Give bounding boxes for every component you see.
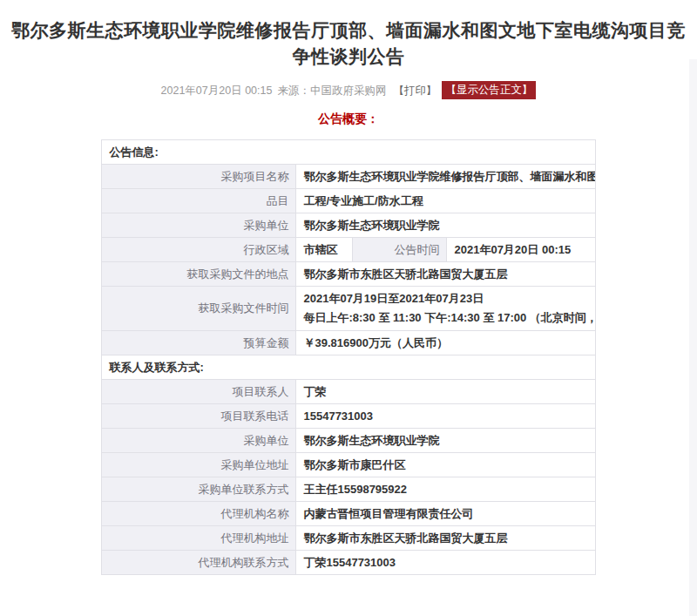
- table-row: 行政区域 市辖区 公告时间 2021年07月20日 00:15: [102, 238, 595, 262]
- row-label: 采购单位: [102, 429, 296, 453]
- table-row: 获取采购文件的地点 鄂尔多斯市东胜区天骄北路国贸大厦五层: [102, 262, 595, 287]
- notice-summary-table: 公告信息: 采购项目名称 鄂尔多斯生态环境职业学院维修报告厅顶部、墙面漏水和图文…: [101, 139, 595, 575]
- source-label: 来源：: [277, 85, 310, 97]
- row-label: 采购单位地址: [102, 453, 296, 477]
- row-label: 项目联系人: [102, 380, 296, 404]
- row-label: 采购单位: [102, 213, 296, 238]
- table-row: 代理机构名称 内蒙古晋恒项目管理有限责任公司: [102, 502, 595, 526]
- row-label: 预算金额: [102, 331, 296, 355]
- table-row: 获取采购文件时间 2021年07月19日至2021年07月23日 每日上午:8:…: [102, 287, 595, 331]
- row-value: 王主任15598795922: [296, 477, 595, 502]
- row-value: 丁荣15547731003: [296, 551, 595, 575]
- table-row: 项目联系人 丁荣: [102, 380, 595, 404]
- show-notice-button[interactable]: 【显示公告正文】: [442, 81, 536, 99]
- table-row: 采购单位 鄂尔多斯生态环境职业学院: [102, 429, 595, 453]
- row-value: 工程/专业施工/防水工程: [296, 189, 595, 213]
- print-button[interactable]: 【打印】: [393, 85, 436, 97]
- row-label: 代理机构名称: [102, 502, 296, 526]
- row-value: 鄂尔多斯市东胜区天骄北路国贸大厦五层: [296, 262, 595, 287]
- row-label: 代理机构地址: [102, 526, 296, 551]
- row-label: 采购项目名称: [102, 165, 296, 189]
- page-title: 鄂尔多斯生态环境职业学院维修报告厅顶部、墙面漏水和图文地下室电缆沟项目竞争性谈判…: [10, 17, 687, 70]
- table-section-row: 公告信息:: [102, 140, 595, 165]
- row-label: 公告时间: [353, 238, 447, 262]
- row-value: 市辖区: [296, 238, 353, 262]
- row-value-line2: 每日上午:8:30 至 11:30 下午:14:30 至 17:00 （北京时间…: [303, 308, 587, 328]
- table-row: 代理机构联系方式 丁荣15547731003: [102, 551, 595, 575]
- row-value: 鄂尔多斯市康巴什区: [296, 453, 595, 477]
- right-edge-shade: [689, 59, 697, 616]
- row-value: ￥39.816900万元（人民币）: [296, 331, 595, 355]
- publish-datetime: 2021年07月20日 00:15: [161, 85, 273, 97]
- row-value: 内蒙古晋恒项目管理有限责任公司: [296, 502, 595, 526]
- table-row: 预算金额 ￥39.816900万元（人民币）: [102, 331, 595, 355]
- row-value: 鄂尔多斯生态环境职业学院: [296, 213, 595, 238]
- row-value: 鄂尔多斯生态环境职业学院: [296, 429, 595, 453]
- summary-heading: 公告概要：: [0, 112, 697, 127]
- row-label: 获取采购文件的地点: [102, 262, 296, 287]
- procurement-notice-page: 鄂尔多斯生态环境职业学院维修报告厅顶部、墙面漏水和图文地下室电缆沟项目竞争性谈判…: [0, 17, 697, 616]
- section-heading: 联系人及联系方式:: [102, 355, 595, 380]
- row-label: 采购单位联系方式: [102, 477, 296, 502]
- row-value: 鄂尔多斯生态环境职业学院维修报告厅顶部、墙面漏水和图文地下室电缆沟项目: [296, 165, 595, 189]
- row-value: 15547731003: [296, 404, 595, 429]
- meta-line: 2021年07月20日 00:15来源：中国政府采购网【打印】【显示公告正文】: [0, 81, 697, 97]
- row-value: 丁荣: [296, 380, 595, 404]
- row-label: 行政区域: [102, 238, 296, 262]
- row-label: 项目联系电话: [102, 404, 296, 429]
- table-row: 代理机构地址 鄂尔多斯市东胜区天骄北路国贸大厦五层: [102, 526, 595, 551]
- row-value: 2021年07月20日 00:15: [447, 238, 595, 262]
- row-value: 鄂尔多斯市东胜区天骄北路国贸大厦五层: [296, 526, 595, 551]
- row-value-line1: 2021年07月19日至2021年07月23日: [303, 289, 587, 308]
- table-section-row: 联系人及联系方式:: [102, 355, 595, 380]
- row-label: 获取采购文件时间: [102, 287, 296, 331]
- table-row: 采购单位联系方式 王主任15598795922: [102, 477, 595, 502]
- section-heading: 公告信息:: [102, 140, 595, 165]
- row-label: 代理机构联系方式: [102, 551, 296, 575]
- table-row: 品目 工程/专业施工/防水工程: [102, 189, 595, 213]
- source-name: 中国政府采购网: [310, 85, 387, 97]
- row-value: 2021年07月19日至2021年07月23日 每日上午:8:30 至 11:3…: [296, 287, 595, 331]
- table-row: 采购单位 鄂尔多斯生态环境职业学院: [102, 213, 595, 238]
- row-label: 品目: [102, 189, 296, 213]
- table-row: 采购项目名称 鄂尔多斯生态环境职业学院维修报告厅顶部、墙面漏水和图文地下室电缆沟…: [102, 165, 595, 189]
- table-row: 项目联系电话 15547731003: [102, 404, 595, 429]
- table-row: 采购单位地址 鄂尔多斯市康巴什区: [102, 453, 595, 477]
